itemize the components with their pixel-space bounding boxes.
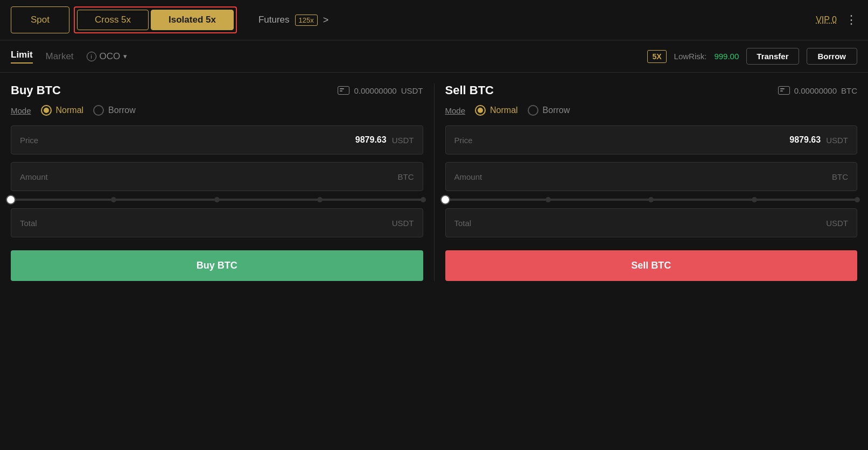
sell-panel-title: Sell BTC — [445, 83, 494, 97]
sell-normal-radio-outer — [475, 105, 486, 116]
sell-normal-radio[interactable]: Normal — [475, 105, 518, 116]
buy-slider-tick-100 — [421, 197, 426, 202]
buy-total-field[interactable]: Total USDT — [11, 208, 423, 237]
buy-normal-radio-inner — [44, 108, 49, 113]
sell-mode-label: Mode — [445, 106, 466, 115]
buy-price-unit: USDT — [392, 136, 414, 145]
buy-amount-label: Amount — [20, 172, 48, 181]
buy-amount-field[interactable]: Amount BTC — [11, 162, 423, 191]
sell-amount-unit: BTC — [832, 172, 848, 181]
trading-panels: Buy BTC 0.00000000 USDT Mode Normal Borr… — [0, 73, 868, 292]
sell-slider-tick-100 — [855, 197, 860, 202]
transfer-button[interactable]: Transfer — [746, 48, 799, 65]
sell-normal-radio-inner — [478, 108, 483, 113]
sell-borrow-radio-empty — [528, 105, 538, 116]
sell-total-row: Total USDT — [445, 208, 858, 237]
buy-borrow-radio-empty — [93, 105, 104, 116]
info-icon: i — [87, 52, 96, 61]
oco-group[interactable]: i OCO ▾ — [87, 51, 128, 62]
order-bar: Limit Market i OCO ▾ 5X LowRisk: 999.00 … — [0, 40, 868, 73]
buy-amount-unit: BTC — [398, 172, 414, 181]
sell-price-label: Price — [454, 136, 473, 145]
sell-btc-button[interactable]: Sell BTC — [445, 250, 858, 281]
tab-group-left: Spot Cross 5x Isolated 5x — [11, 6, 237, 33]
buy-slider-thumb[interactable] — [6, 195, 16, 205]
buy-slider-container[interactable] — [11, 199, 423, 201]
buy-amount-row: Amount BTC — [11, 162, 423, 191]
low-risk-value: 999.00 — [714, 52, 739, 61]
low-risk-label: LowRisk: — [674, 52, 707, 61]
buy-total-row: Total USDT — [11, 208, 423, 237]
futures-badge[interactable]: 125x — [295, 15, 318, 26]
tab-group-highlighted: Cross 5x Isolated 5x — [74, 6, 237, 33]
sell-price-row: Price 9879.63 USDT — [445, 125, 858, 154]
sell-price-value: 9879.63 — [789, 135, 821, 145]
buy-btc-button[interactable]: Buy BTC — [11, 250, 423, 281]
sell-normal-label: Normal — [490, 106, 518, 115]
buy-normal-radio[interactable]: Normal — [41, 105, 84, 116]
buy-slider-tick-75 — [317, 197, 323, 202]
buy-normal-radio-outer — [41, 105, 52, 116]
top-bar: Spot Cross 5x Isolated 5x Futures 125x >… — [0, 0, 868, 40]
limit-tab[interactable]: Limit — [11, 50, 33, 64]
sell-slider-container[interactable] — [445, 199, 858, 201]
cross-tab[interactable]: Cross 5x — [77, 10, 149, 30]
buy-balance-amount: 0.00000000 — [354, 86, 396, 95]
sell-mode-row: Mode Normal Borrow — [445, 105, 858, 116]
sell-total-field[interactable]: Total USDT — [445, 208, 858, 237]
sell-balance-amount: 0.00000000 — [794, 86, 837, 95]
order-bar-right: 5X LowRisk: 999.00 Transfer Borrow — [647, 48, 857, 65]
market-tab[interactable]: Market — [46, 51, 74, 62]
vip-label[interactable]: VIP 0 — [816, 15, 837, 25]
buy-panel-header: Buy BTC 0.00000000 USDT — [11, 83, 423, 97]
sell-borrow-radio[interactable]: Borrow — [528, 105, 570, 116]
buy-total-label: Total — [20, 219, 37, 228]
wallet-icon — [338, 86, 349, 95]
sell-amount-label: Amount — [454, 172, 482, 181]
oco-label: OCO — [100, 51, 121, 62]
sell-slider-tick-75 — [752, 197, 757, 202]
buy-panel-title: Buy BTC — [11, 83, 61, 97]
buy-borrow-label: Borrow — [108, 106, 136, 115]
buy-slider-tick-50 — [214, 197, 220, 202]
sell-balance-currency: BTC — [841, 86, 857, 95]
buy-price-row: Price 9879.63 USDT — [11, 125, 423, 154]
wallet-icon-sell — [778, 86, 790, 95]
borrow-button[interactable]: Borrow — [807, 48, 858, 65]
sell-price-unit: USDT — [826, 136, 848, 145]
buy-price-value: 9879.63 — [355, 135, 387, 145]
buy-price-field[interactable]: Price 9879.63 USDT — [11, 125, 423, 154]
sell-total-unit: USDT — [826, 219, 848, 228]
isolated-tab[interactable]: Isolated 5x — [151, 10, 234, 30]
sell-slider-tick-25 — [545, 197, 551, 202]
sell-panel: Sell BTC 0.00000000 BTC Mode Normal Borr… — [445, 83, 858, 281]
sell-panel-header: Sell BTC 0.00000000 BTC — [445, 83, 858, 97]
sell-amount-field[interactable]: Amount BTC — [445, 162, 858, 191]
oco-chevron-icon: ▾ — [123, 52, 127, 60]
buy-price-label: Price — [20, 136, 38, 145]
leverage-badge[interactable]: 5X — [647, 50, 666, 63]
buy-mode-label: Mode — [11, 106, 31, 115]
buy-normal-label: Normal — [56, 106, 84, 115]
buy-balance-info: 0.00000000 USDT — [338, 86, 423, 95]
sell-total-label: Total — [454, 219, 472, 228]
spot-tab[interactable]: Spot — [11, 6, 69, 33]
buy-panel: Buy BTC 0.00000000 USDT Mode Normal Borr… — [11, 83, 423, 281]
panel-divider — [434, 83, 435, 281]
more-options-icon[interactable]: ⋮ — [845, 13, 857, 27]
sell-price-field[interactable]: Price 9879.63 USDT — [445, 125, 858, 154]
buy-balance-currency: USDT — [401, 86, 423, 95]
buy-borrow-radio[interactable]: Borrow — [93, 105, 136, 116]
futures-label: Futures — [258, 15, 290, 25]
buy-slider-tick-25 — [111, 197, 116, 202]
sell-slider-thumb[interactable] — [440, 195, 450, 205]
sell-balance-info: 0.00000000 BTC — [778, 86, 857, 95]
sell-amount-row: Amount BTC — [445, 162, 858, 191]
futures-arrow: > — [323, 15, 329, 26]
futures-section: Futures 125x > — [258, 15, 328, 26]
buy-total-unit: USDT — [392, 219, 414, 228]
sell-borrow-label: Borrow — [543, 106, 570, 115]
buy-mode-row: Mode Normal Borrow — [11, 105, 423, 116]
sell-slider-tick-50 — [648, 197, 654, 202]
